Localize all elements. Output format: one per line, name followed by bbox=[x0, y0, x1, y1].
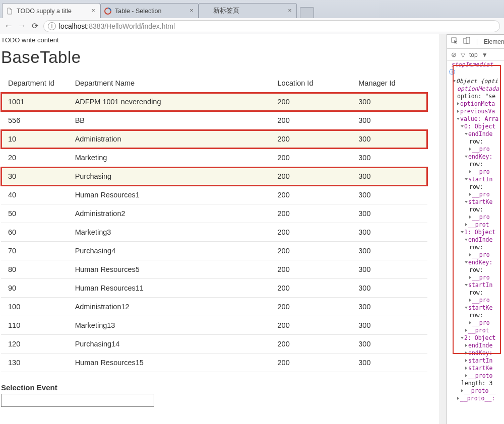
table-cell[interactable]: 300 bbox=[351, 186, 427, 204]
table-row[interactable]: 90Human Resources11200300 bbox=[1, 279, 427, 298]
disclosure-triangle-icon[interactable] bbox=[465, 239, 468, 241]
new-tab-button[interactable] bbox=[300, 7, 314, 18]
table-cell[interactable]: 20 bbox=[1, 149, 68, 167]
table-cell[interactable]: 200 bbox=[271, 354, 352, 372]
console-tree-line[interactable]: row: bbox=[449, 244, 504, 251]
console-tree-line[interactable]: __proto__ bbox=[449, 387, 504, 395]
console-tree-line[interactable]: __pro bbox=[449, 214, 504, 221]
table-row[interactable]: 30Purchasing200300 bbox=[1, 167, 427, 186]
table-cell[interactable]: 100 bbox=[1, 298, 68, 316]
table-row[interactable]: 1001ADFPM 1001 neverending200300 bbox=[1, 93, 427, 111]
console-tree-line[interactable]: __pro bbox=[449, 146, 504, 153]
disclosure-triangle-icon[interactable] bbox=[465, 367, 467, 370]
table-cell[interactable]: 200 bbox=[271, 279, 352, 298]
table-row[interactable]: 40Human Resources1200300 bbox=[1, 186, 427, 204]
console-tree-line[interactable]: row: bbox=[449, 289, 504, 297]
close-icon[interactable]: × bbox=[188, 8, 195, 15]
table-cell[interactable]: 120 bbox=[1, 335, 68, 354]
disclosure-triangle-icon[interactable] bbox=[457, 397, 459, 400]
disclosure-triangle-icon[interactable] bbox=[465, 178, 468, 180]
table-cell[interactable]: Human Resources1 bbox=[68, 186, 271, 204]
table-cell[interactable]: 30 bbox=[1, 167, 68, 186]
table-cell[interactable]: 300 bbox=[351, 204, 427, 223]
console-tree-line[interactable]: __pro bbox=[449, 191, 504, 198]
disclosure-triangle-icon[interactable] bbox=[465, 261, 468, 263]
table-cell[interactable]: Human Resources11 bbox=[68, 279, 271, 298]
console-tree-line[interactable]: 1: Object bbox=[449, 229, 504, 236]
column-header[interactable]: Location Id bbox=[271, 74, 352, 93]
table-cell[interactable]: 300 bbox=[351, 260, 427, 279]
column-header[interactable]: Department Name bbox=[68, 74, 271, 93]
disclosure-triangle-icon[interactable] bbox=[469, 276, 471, 279]
disclosure-triangle-icon[interactable] bbox=[469, 299, 471, 302]
filter-icon[interactable]: ▽ bbox=[461, 51, 465, 58]
table-cell[interactable]: BB bbox=[68, 111, 271, 130]
disclosure-triangle-icon[interactable] bbox=[465, 201, 468, 203]
back-button[interactable]: ← bbox=[4, 22, 13, 31]
disclosure-triangle-icon[interactable] bbox=[465, 374, 467, 377]
table-cell[interactable]: 300 bbox=[351, 223, 427, 242]
table-cell[interactable]: 300 bbox=[351, 242, 427, 260]
console-tree-line[interactable]: 0: Object bbox=[449, 123, 504, 130]
table-cell[interactable]: 40 bbox=[1, 186, 68, 204]
table-cell[interactable]: 90 bbox=[1, 279, 68, 298]
devtools-tab-elements[interactable]: Elemen bbox=[484, 38, 504, 45]
table-cell[interactable]: 50 bbox=[1, 204, 68, 223]
inspect-icon[interactable] bbox=[451, 37, 458, 46]
table-cell[interactable]: 300 bbox=[351, 93, 427, 111]
console-tree-line[interactable]: row: bbox=[449, 206, 504, 214]
table-cell[interactable]: Purchasing4 bbox=[68, 242, 271, 260]
browser-tab[interactable]: TODO supply a title× bbox=[2, 3, 100, 18]
table-cell[interactable]: Purchasing bbox=[68, 167, 271, 186]
table-row[interactable]: 130Human Resources15200300 bbox=[1, 354, 427, 372]
table-cell[interactable]: 200 bbox=[271, 335, 352, 354]
console-tree-line[interactable]: startKe bbox=[449, 304, 504, 312]
table-cell[interactable]: Administration bbox=[68, 130, 271, 149]
table-cell[interactable]: 300 bbox=[351, 279, 427, 298]
devtools-tabs[interactable]: | Elemen bbox=[447, 35, 504, 49]
disclosure-triangle-icon[interactable] bbox=[465, 307, 468, 309]
browser-tab[interactable]: 新标签页× bbox=[199, 3, 297, 18]
disclosure-triangle-icon[interactable] bbox=[465, 156, 468, 158]
table-cell[interactable]: 80 bbox=[1, 260, 68, 279]
disclosure-triangle-icon[interactable] bbox=[453, 80, 456, 82]
reload-button[interactable]: ⟳ bbox=[30, 22, 39, 31]
console-tree-line[interactable]: endKey: bbox=[449, 259, 504, 266]
table-cell[interactable]: 300 bbox=[351, 354, 427, 372]
console-tree-line[interactable]: 2: Object bbox=[449, 334, 504, 342]
console-tree-line[interactable]: Object {opti bbox=[449, 78, 504, 85]
table-row[interactable]: 10Administration200300 bbox=[1, 130, 427, 149]
table-row[interactable]: 80Human Resources5200300 bbox=[1, 260, 427, 279]
column-header[interactable]: Manager Id bbox=[351, 74, 427, 93]
disclosure-triangle-icon[interactable] bbox=[469, 216, 471, 219]
console-tree-line[interactable]: startKe bbox=[449, 365, 504, 372]
disclosure-triangle-icon[interactable] bbox=[469, 321, 471, 324]
table-cell[interactable]: 200 bbox=[271, 93, 352, 111]
table-cell[interactable]: 70 bbox=[1, 242, 68, 260]
disclosure-triangle-icon[interactable] bbox=[461, 125, 464, 127]
disclosure-triangle-icon[interactable] bbox=[465, 284, 468, 286]
table-cell[interactable]: Marketing bbox=[68, 149, 271, 167]
console-tree-line[interactable]: row: bbox=[449, 312, 504, 319]
disclosure-triangle-icon[interactable] bbox=[465, 329, 467, 332]
console-tree-line[interactable]: __proto__: bbox=[449, 395, 504, 402]
table-cell[interactable]: 60 bbox=[1, 223, 68, 242]
table-cell[interactable]: 200 bbox=[271, 149, 352, 167]
console-object-tree[interactable]: Object {optioptionMetadaoption: "seoptio… bbox=[447, 77, 504, 402]
disclosure-triangle-icon[interactable] bbox=[465, 133, 468, 135]
scrollbar[interactable] bbox=[439, 34, 447, 424]
table-cell[interactable]: Purchasing14 bbox=[68, 335, 271, 354]
table-row[interactable]: 110Marketing13200300 bbox=[1, 316, 427, 335]
disclosure-triangle-icon[interactable] bbox=[461, 389, 463, 392]
table-cell[interactable]: 556 bbox=[1, 111, 68, 130]
table-row[interactable]: 556BB200300 bbox=[1, 111, 427, 130]
console-tree-line[interactable]: __pro bbox=[449, 251, 504, 259]
console-tree-line[interactable]: startIn bbox=[449, 281, 504, 289]
table-cell[interactable]: 300 bbox=[351, 335, 427, 354]
table-cell[interactable]: 130 bbox=[1, 354, 68, 372]
table-row[interactable]: 60Marketing3200300 bbox=[1, 223, 427, 242]
table-cell[interactable]: 200 bbox=[271, 316, 352, 335]
disclosure-triangle-icon[interactable] bbox=[457, 110, 459, 113]
console-tree-line[interactable]: endKey: bbox=[449, 349, 504, 357]
context-selector[interactable]: top bbox=[469, 51, 478, 58]
